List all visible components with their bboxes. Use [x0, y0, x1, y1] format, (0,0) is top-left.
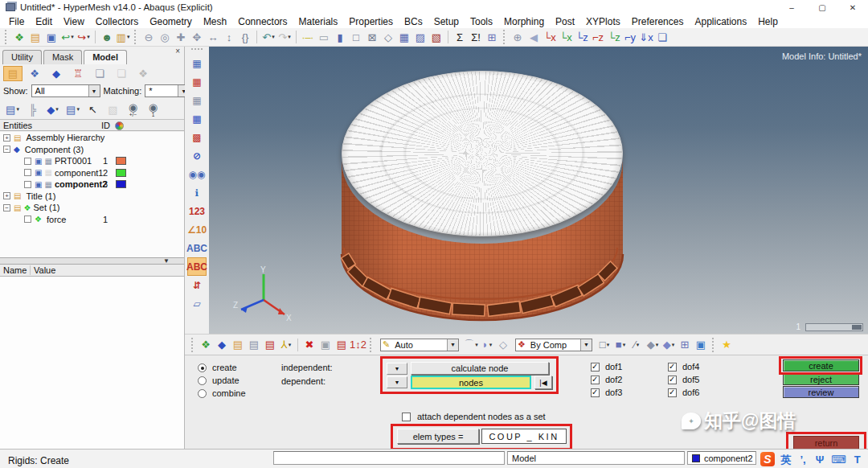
sum-icon[interactable]: Σ [452, 29, 468, 45]
user-profile-icon[interactable]: ☻ [99, 29, 115, 45]
mass-icon[interactable]: ▮ [332, 29, 348, 45]
independent-switch-button[interactable]: ▼ [387, 363, 407, 375]
menu-item[interactable]: Edit [30, 16, 58, 27]
text-tag-icon[interactable]: ABC [187, 257, 207, 276]
card-icon[interactable]: ▤ [334, 337, 350, 353]
renumber-icon[interactable]: 1↕2 [350, 337, 366, 353]
entity-selector-combo[interactable]: ✎ Auto ▼ [380, 339, 459, 351]
collector-edit-icon[interactable]: ◆ [214, 337, 230, 353]
open-model-icon[interactable]: ▤ [27, 29, 43, 45]
menu-item[interactable]: XYPlots [580, 16, 626, 27]
radio-icon[interactable] [198, 376, 207, 385]
card-editor-icon[interactable]: ▤ [230, 337, 246, 353]
reset-button[interactable]: |◀ [534, 376, 552, 389]
checkbox-dof2[interactable]: dof2 [591, 373, 668, 386]
redo-icon[interactable]: ↷▾ [276, 29, 293, 45]
zoom-out-icon[interactable]: ⊖ [141, 29, 157, 45]
radio-create[interactable]: create [198, 361, 246, 374]
delete-icon[interactable]: ✖ [301, 337, 317, 353]
panel-close-button[interactable]: × [175, 47, 180, 55]
chevron-down-icon[interactable]: ▼ [88, 85, 100, 96]
command-field[interactable] [273, 451, 505, 465]
arrows-horizontal-icon[interactable]: ↔ [205, 29, 221, 45]
menu-item[interactable]: Post [550, 16, 580, 27]
shaded-elements-icon[interactable]: ■▾ [612, 337, 628, 353]
csys-yz-icon[interactable]: ⌐y [622, 29, 638, 45]
chevron-down-icon[interactable]: ▼ [447, 339, 458, 351]
export-icon[interactable]: ↪▾ [76, 29, 92, 45]
checkbox-dof5[interactable]: dof5 [668, 373, 745, 386]
checkbox-dof3[interactable]: dof3 [591, 386, 668, 399]
tree-item[interactable]: − ◆ Component (3) [0, 144, 184, 156]
csys-zx-icon[interactable]: └z [574, 29, 590, 45]
element-labels-icon[interactable]: ABC [187, 239, 207, 257]
calculate-node-button[interactable]: calculate node [411, 362, 549, 375]
ime-keyboard-icon[interactable]: ⌨ [831, 451, 846, 467]
dynamic-rotate-icon[interactable]: {} [237, 29, 253, 45]
tree-item[interactable]: − ▤ ❖ Set (1) [0, 202, 184, 214]
tab-mask[interactable]: Mask [43, 50, 82, 64]
menu-item[interactable]: Geometry [144, 16, 198, 27]
close-button[interactable]: ✕ [837, 0, 868, 14]
wireframe-elements-icon[interactable]: □▾ [596, 337, 612, 353]
new-session-icon[interactable]: ❖ [11, 29, 27, 45]
pointer-icon[interactable]: ↖ [84, 101, 102, 117]
section-cut-icon[interactable]: ▱ [187, 294, 207, 313]
calculator-icon[interactable]: ⊞ [484, 29, 500, 45]
arrow-tags-icon[interactable]: ⇵ [187, 276, 207, 294]
menu-item[interactable]: Materials [293, 16, 344, 27]
return-button[interactable]: return [793, 436, 859, 450]
mask-icon[interactable]: ▦ [187, 54, 207, 72]
menu-item[interactable]: Applications [689, 16, 752, 27]
show-select[interactable]: All▼ [31, 84, 100, 97]
current-component-field[interactable]: component2 [687, 451, 756, 465]
menu-item[interactable]: View [58, 16, 90, 27]
element-quality-icon[interactable]: ▦ [396, 29, 412, 45]
csys-yx-icon[interactable]: └x [558, 29, 574, 45]
radio-combine[interactable]: combine [198, 387, 246, 400]
cylinder-icon[interactable]: ▭ [316, 29, 332, 45]
color-swatch[interactable] [116, 157, 126, 165]
measure-icon[interactable]: ∠10 [187, 220, 207, 239]
menu-item[interactable]: Help [752, 16, 784, 27]
menu-item[interactable]: Setup [428, 16, 465, 27]
menu-item[interactable]: Connectors [232, 16, 293, 27]
color-mode-combo[interactable]: ❖ By Comp ▼ [515, 339, 592, 351]
minimize-button[interactable]: – [776, 0, 807, 14]
checkbox-icon[interactable] [402, 413, 411, 421]
tree-expander[interactable]: + [3, 134, 10, 142]
geometry-smooth-shade-icon[interactable]: ⌒▾ [463, 337, 479, 353]
color-icon[interactable]: ▤ [262, 337, 278, 353]
organize-icon[interactable]: ▤ [246, 337, 262, 353]
color-swatch[interactable] [116, 180, 126, 188]
tree-item[interactable]: + ▤ Title (1) [0, 191, 184, 203]
query-info-icon[interactable]: ℹ [187, 183, 207, 202]
tree-item[interactable]: + ▤ Assembly Hierarchy [0, 132, 184, 144]
shaded-quad-icon[interactable]: ◆▾ [661, 337, 677, 353]
entity-view-icon[interactable]: ◆ [47, 66, 66, 81]
checkbox-dof6[interactable]: dof6 [668, 386, 745, 399]
checkbox-icon[interactable] [668, 376, 677, 384]
tree-expander[interactable] [24, 169, 31, 176]
splitter-arrow-icon[interactable]: ▼ [163, 257, 170, 265]
save-model-icon[interactable]: ▣ [43, 29, 59, 45]
multi-window-icon[interactable]: ⊞ [677, 337, 693, 353]
numbers-display-icon[interactable]: 123 [187, 202, 207, 220]
connections-view-icon[interactable]: ❖ [25, 66, 44, 81]
favorites-star-icon[interactable]: ★ [719, 337, 735, 353]
import-icon[interactable]: ↩▾ [59, 29, 76, 45]
tab-utility[interactable]: Utility [2, 50, 42, 64]
project-icon[interactable]: ⇓x [638, 29, 654, 45]
find-entities-icon[interactable]: ◉◉ [187, 165, 207, 183]
checkbox-icon[interactable] [668, 388, 677, 397]
color-swatch[interactable] [116, 169, 126, 177]
radio-icon[interactable] [198, 389, 207, 398]
display-options-icon[interactable]: ❏ [654, 29, 670, 45]
pan-icon[interactable]: ✥ [189, 29, 205, 45]
tree-item[interactable]: ❖ force 1 [0, 214, 184, 226]
fit-view-icon[interactable]: ✚ [173, 29, 189, 45]
tree-expander[interactable] [24, 158, 31, 165]
tab-model[interactable]: Model [84, 50, 127, 64]
menu-item[interactable]: Preferences [626, 16, 690, 27]
chevron-down-icon[interactable]: ▼ [580, 339, 592, 351]
